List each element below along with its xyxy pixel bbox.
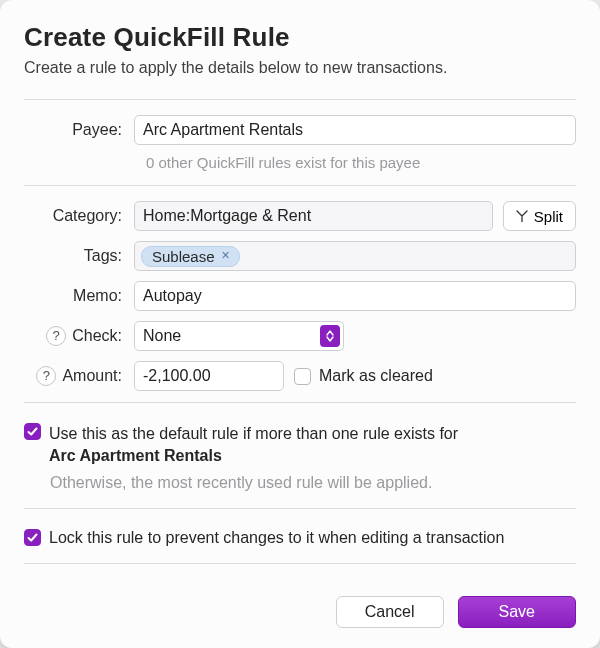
default-rule-prefix: Use this as the default rule if more tha… xyxy=(49,425,458,442)
row-memo: Memo: xyxy=(24,281,576,311)
split-icon xyxy=(516,208,528,225)
row-check: ? Check: None xyxy=(24,321,576,351)
mark-cleared-label: Mark as cleared xyxy=(319,367,433,385)
label-tags: Tags: xyxy=(24,247,134,265)
divider xyxy=(24,99,576,100)
label-amount: Amount: xyxy=(62,367,122,385)
amount-input[interactable] xyxy=(134,361,284,391)
quickfill-dialog: Create QuickFill Rule Create a rule to a… xyxy=(0,0,600,648)
label-memo: Memo: xyxy=(24,287,134,305)
divider xyxy=(24,185,576,186)
tag-label: Sublease xyxy=(152,248,215,265)
dialog-subtitle: Create a rule to apply the details below… xyxy=(24,59,576,77)
divider xyxy=(24,563,576,564)
dialog-footer: Cancel Save xyxy=(24,582,576,628)
label-category: Category: xyxy=(24,207,134,225)
row-amount: ? Amount: Mark as cleared xyxy=(24,361,576,391)
payee-input[interactable] xyxy=(134,115,576,145)
default-rule-section: Use this as the default rule if more tha… xyxy=(24,423,576,492)
cancel-button[interactable]: Cancel xyxy=(336,596,444,628)
category-value: Home:Mortgage & Rent xyxy=(143,207,311,225)
divider xyxy=(24,402,576,403)
lock-rule-checkbox[interactable]: Lock this rule to prevent changes to it … xyxy=(24,529,504,547)
help-icon[interactable]: ? xyxy=(36,366,56,386)
label-check: Check: xyxy=(72,327,122,345)
save-button[interactable]: Save xyxy=(458,596,576,628)
lock-rule-section: Lock this rule to prevent changes to it … xyxy=(24,529,576,547)
divider xyxy=(24,508,576,509)
lock-rule-label: Lock this rule to prevent changes to it … xyxy=(49,529,504,547)
mark-cleared-checkbox[interactable]: Mark as cleared xyxy=(294,367,433,385)
check-dropdown[interactable]: None xyxy=(134,321,344,351)
row-category: Category: Home:Mortgage & Rent Split xyxy=(24,201,576,231)
help-icon[interactable]: ? xyxy=(46,326,66,346)
checkbox-icon xyxy=(294,368,311,385)
row-tags: Tags: Sublease × xyxy=(24,241,576,271)
label-payee: Payee: xyxy=(24,121,134,139)
stepper-icon xyxy=(320,325,340,347)
category-input[interactable]: Home:Mortgage & Rent xyxy=(134,201,493,231)
checkbox-icon xyxy=(24,423,41,440)
default-rule-hint: Otherwise, the most recently used rule w… xyxy=(50,474,576,492)
default-rule-payee: Arc Apartment Rentals xyxy=(49,447,222,464)
check-value: None xyxy=(143,327,181,345)
checkbox-icon xyxy=(24,529,41,546)
split-button[interactable]: Split xyxy=(503,201,576,231)
tag-remove-icon[interactable]: × xyxy=(219,249,233,263)
split-label: Split xyxy=(534,208,563,225)
dialog-title: Create QuickFill Rule xyxy=(24,22,576,53)
payee-hint: 0 other QuickFill rules exist for this p… xyxy=(146,154,576,171)
row-payee: Payee: xyxy=(24,115,576,145)
tags-input[interactable]: Sublease × xyxy=(134,241,576,271)
default-rule-checkbox[interactable]: Use this as the default rule if more tha… xyxy=(24,423,458,468)
tag-chip[interactable]: Sublease × xyxy=(141,246,240,267)
memo-input[interactable] xyxy=(134,281,576,311)
